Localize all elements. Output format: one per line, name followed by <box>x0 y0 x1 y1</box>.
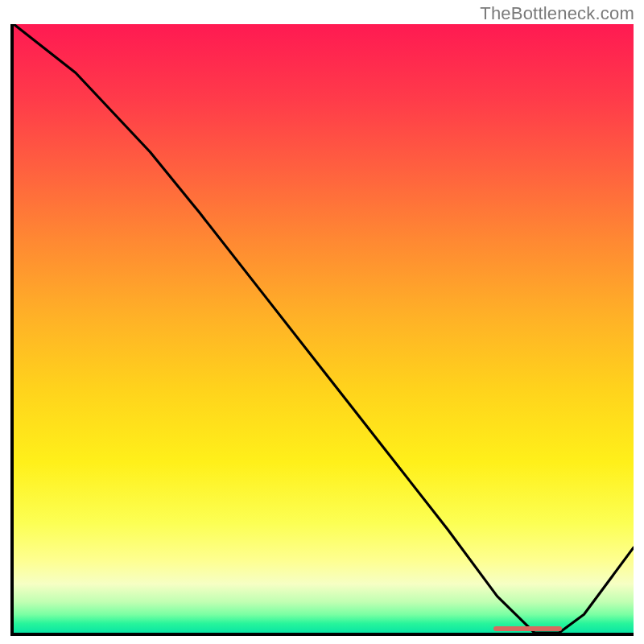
plot-area <box>10 24 634 636</box>
optimal-range-marker <box>493 626 562 631</box>
watermark-text: TheBottleneck.com <box>480 3 634 24</box>
line-curve <box>14 24 634 633</box>
chart-container: TheBottleneck.com <box>0 0 644 644</box>
